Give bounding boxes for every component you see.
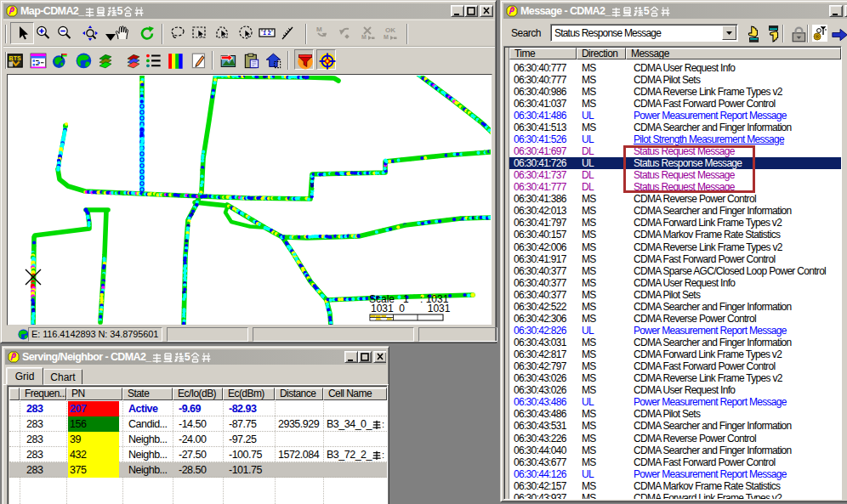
svg-text:M: M bbox=[361, 34, 367, 40]
svg-text:M: M bbox=[384, 34, 389, 40]
svg-text:1 2: 1 2 bbox=[263, 30, 271, 36]
svg-text:M: M bbox=[316, 25, 322, 33]
svg-text:OK: OK bbox=[385, 26, 395, 34]
svg-text:BTS: BTS bbox=[9, 55, 21, 61]
svg-text:1031 0 1031: 1031 0 1031 bbox=[371, 303, 451, 314]
